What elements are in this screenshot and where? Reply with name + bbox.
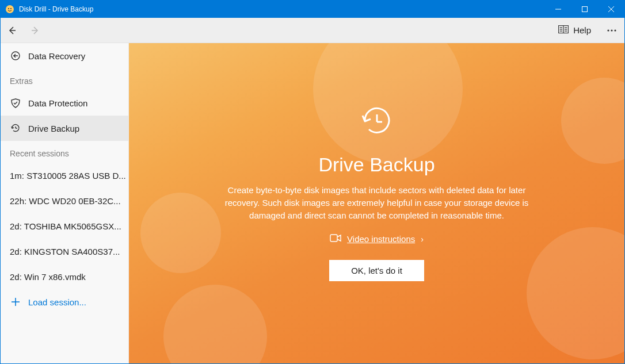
svg-point-2	[10, 8, 12, 9]
sidebar-label: Data Protection	[28, 98, 87, 108]
maximize-button[interactable]	[571, 1, 598, 18]
recent-session[interactable]: 2d: TOSHIBA MK5065GSX...	[1, 213, 128, 239]
load-session-button[interactable]: Load session...	[1, 289, 128, 315]
decoration	[140, 193, 221, 273]
video-instructions-link[interactable]: Video instructions ›	[330, 234, 424, 244]
video-icon	[330, 234, 341, 244]
close-button[interactable]	[598, 1, 624, 18]
svg-rect-27	[330, 235, 337, 242]
forward-button[interactable]	[24, 18, 47, 43]
help-icon	[558, 25, 569, 35]
decoration	[561, 78, 624, 164]
ok-lets-do-it-button[interactable]: OK, let's do it	[329, 260, 424, 281]
recent-session[interactable]: 2d: Win 7 x86.vmdk	[1, 264, 128, 289]
toolbar: Help	[1, 18, 624, 43]
shield-icon	[10, 97, 21, 109]
sidebar-item-drive-backup[interactable]: Drive Backup	[1, 116, 128, 141]
svg-point-18	[611, 29, 612, 31]
recent-session[interactable]: 2d: KINGSTON SA400S37...	[1, 239, 128, 264]
main-title: Drive Backup	[318, 154, 435, 176]
main-description: Create byte-to-byte disk images that inc…	[216, 184, 538, 221]
svg-point-1	[8, 8, 9, 9]
backup-icon	[10, 122, 21, 134]
plus-icon	[10, 296, 21, 308]
app-window: Disk Drill - Drive Backup Help	[0, 0, 625, 364]
title-bar[interactable]: Disk Drill - Drive Backup	[1, 1, 624, 18]
load-session-label: Load session...	[28, 297, 86, 307]
sidebar-label: Data Recovery	[28, 51, 85, 61]
sidebar-item-data-protection[interactable]: Data Protection	[1, 90, 128, 116]
sidebar: Data Recovery Extras Data Protection Dri…	[1, 43, 129, 363]
window-title: Disk Drill - Drive Backup	[19, 5, 93, 13]
sidebar-item-data-recovery[interactable]: Data Recovery	[1, 43, 128, 68]
app-icon	[5, 5, 14, 14]
svg-rect-4	[582, 7, 588, 12]
sidebar-label: Drive Backup	[28, 124, 79, 133]
svg-point-19	[614, 29, 616, 31]
more-button[interactable]	[599, 18, 624, 43]
help-label: Help	[573, 25, 591, 35]
back-button[interactable]	[1, 18, 24, 43]
video-link-label: Video instructions	[347, 234, 415, 244]
minimize-button[interactable]	[545, 1, 571, 18]
sidebar-section-extras: Extras	[1, 68, 128, 90]
decoration	[163, 285, 267, 363]
body: Data Recovery Extras Data Protection Dri…	[1, 43, 624, 363]
backup-hero-icon	[357, 101, 397, 143]
main-panel: Drive Backup Create byte-to-byte disk im…	[129, 43, 624, 363]
decoration	[527, 227, 624, 359]
chevron-right-icon: ›	[421, 235, 424, 244]
help-button[interactable]: Help	[550, 18, 599, 43]
recovery-icon	[10, 50, 21, 62]
sidebar-section-recent: Recent sessions	[1, 141, 128, 163]
svg-point-0	[6, 5, 14, 13]
recent-session[interactable]: 22h: WDC WD20 0EB-32C...	[1, 188, 128, 213]
recent-session[interactable]: 1m: ST310005 28AS USB D...	[1, 163, 128, 188]
svg-point-17	[607, 29, 609, 31]
